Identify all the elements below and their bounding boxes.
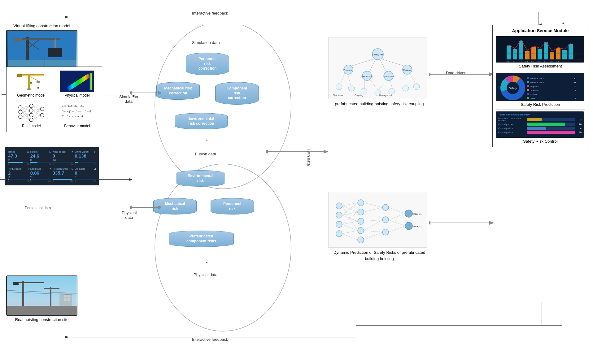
svg-line-47 bbox=[22, 115, 29, 117]
rule-model-label: Rule model bbox=[10, 124, 52, 128]
svg-rect-25 bbox=[30, 82, 32, 84]
svg-rect-205 bbox=[527, 77, 529, 79]
svg-point-30 bbox=[19, 110, 22, 114]
lifting-weight-metric: Lifting weight⊕ 0.138 t 06 bbox=[75, 150, 96, 165]
ellipsis-top: ... bbox=[204, 136, 208, 142]
rule-model-icon bbox=[14, 101, 48, 123]
svg-rect-70 bbox=[13, 282, 19, 285]
physical-model-label: Physical model bbox=[56, 93, 98, 98]
svg-line-113 bbox=[369, 59, 376, 72]
svg-rect-220 bbox=[527, 97, 529, 99]
svg-text:1: 1 bbox=[575, 89, 577, 92]
svg-line-149 bbox=[342, 212, 358, 215]
svg-text:Safe: Safe bbox=[530, 98, 535, 100]
svg-text:0.6: 0.6 bbox=[538, 60, 540, 62]
control-chart: Tower crane operation today Number of co… bbox=[496, 111, 584, 138]
twin-data-label: Twin data bbox=[307, 149, 311, 166]
svg-text:0.8: 0.8 bbox=[550, 60, 553, 62]
svg-line-116 bbox=[341, 73, 345, 84]
svg-point-137 bbox=[358, 228, 364, 234]
torque-ratio-metric: Torque ratioT 2 % 075 bbox=[8, 167, 29, 182]
app-module-box: Application Service Module bbox=[492, 25, 588, 147]
coupling-label: prefabricated building hoisting safety r… bbox=[328, 101, 430, 107]
svg-point-140 bbox=[382, 217, 389, 223]
svg-line-144 bbox=[342, 203, 358, 206]
svg-text:0.9: 0.9 bbox=[556, 60, 559, 62]
svg-line-151 bbox=[342, 212, 358, 224]
svg-text:High risk: High risk bbox=[530, 85, 539, 88]
svg-point-135 bbox=[358, 209, 364, 215]
svg-text:R = {r₁,r₂,r₃,···,rₙ}: R = {r₁,r₂,r₃,···,rₙ} bbox=[62, 115, 83, 118]
dynamic-prediction-area: Risk L1 Risk L2 Dynamic Prediction of Sa… bbox=[328, 192, 430, 262]
svg-point-136 bbox=[358, 218, 364, 224]
svg-rect-24 bbox=[37, 87, 39, 89]
svg-point-143 bbox=[405, 222, 412, 230]
svg-rect-68 bbox=[22, 281, 24, 306]
svg-rect-181 bbox=[538, 49, 542, 59]
svg-rect-71 bbox=[50, 287, 51, 306]
svg-text:Environ.: Environ. bbox=[403, 69, 411, 71]
svg-rect-211 bbox=[527, 85, 529, 87]
fusion-data-label: Fusion data bbox=[195, 152, 216, 156]
coupling-graph-svg: Safety risk Personnel Mechanical Compone… bbox=[330, 39, 426, 98]
environmental-risk-correction-node: Environmentalrisk correction bbox=[175, 113, 228, 129]
real-hoisting-image bbox=[6, 275, 77, 316]
svg-point-109 bbox=[389, 88, 395, 94]
svg-text:135: 135 bbox=[572, 77, 577, 80]
interactive-feedback-top: Interactive feedback bbox=[192, 11, 228, 15]
control-item: Tower crane operation today Number of co… bbox=[496, 111, 585, 144]
svg-text:0.3: 0.3 bbox=[519, 60, 522, 62]
svg-text:Normal: Normal bbox=[530, 93, 538, 96]
perceptual-data-label: Perceptual data bbox=[25, 206, 51, 210]
physical-model-icon bbox=[60, 71, 94, 92]
svg-rect-77 bbox=[68, 295, 70, 297]
svg-text:2: 2 bbox=[575, 93, 577, 96]
svg-text:General risk 2: General risk 2 bbox=[530, 81, 544, 84]
svg-rect-79 bbox=[68, 298, 70, 301]
svg-line-50 bbox=[33, 109, 40, 110]
svg-text:0.5: 0.5 bbox=[531, 60, 534, 62]
svg-line-159 bbox=[364, 220, 382, 231]
svg-line-43 bbox=[22, 110, 29, 112]
ellipsis-bottom: ... bbox=[204, 258, 208, 264]
assessment-chart-svg: 0.1 0.2 0.3 0.4 0.5 0.6 0.7 0.8 0.9 bbox=[496, 36, 584, 63]
svg-point-32 bbox=[29, 104, 33, 108]
svg-rect-78 bbox=[64, 298, 67, 301]
svg-rect-76 bbox=[64, 295, 67, 297]
svg-line-148 bbox=[342, 203, 358, 215]
svg-rect-18 bbox=[17, 74, 22, 77]
physical-data-bottom-label: Physical data bbox=[194, 272, 217, 277]
svg-text:58: 58 bbox=[573, 81, 576, 84]
interactive-feedback-bottom: Interactive feedback bbox=[192, 337, 228, 342]
svg-line-117 bbox=[348, 74, 351, 85]
svg-line-157 bbox=[364, 207, 382, 212]
wind-speed-metric: Wind speed✦ 0 m/s 032 bbox=[53, 150, 74, 165]
svg-rect-208 bbox=[527, 81, 529, 83]
perceptual-data-box: Range⊞ 47.3 m 065 Height⊟ 24.6 m 070 Win… bbox=[5, 147, 99, 185]
rotation-angle-metric: Rotation angle⊙ 335.7 ° 0360 bbox=[53, 167, 74, 182]
app-module-title: Application Service Module bbox=[496, 28, 585, 33]
data-driven-arrow-bottom bbox=[429, 217, 494, 229]
svg-rect-185 bbox=[562, 50, 567, 59]
physical-model-cell: Physical model bbox=[55, 69, 99, 99]
dynamic-nn-svg: Risk L1 Risk L2 bbox=[330, 193, 426, 246]
svg-text:2: 2 bbox=[575, 85, 577, 88]
svg-line-154 bbox=[342, 231, 358, 234]
prediction-chart: Safety General risk 1 135 General risk 2… bbox=[496, 73, 584, 101]
behavior-model-icon: S = {s₁,s₂,s₃,···,sₙ} Sₐₖ = {sₐₖ₁,sₐₖ₂,·… bbox=[60, 101, 94, 123]
svg-rect-28 bbox=[89, 73, 92, 90]
svg-rect-178 bbox=[519, 41, 523, 59]
dip-angle-metric: Dip angle◢ 0 ° 010 bbox=[75, 167, 96, 182]
svg-line-56 bbox=[33, 115, 40, 120]
svg-text:Safety: Safety bbox=[509, 87, 517, 90]
component-risk-correction-node: Componentriskcorrection bbox=[215, 82, 259, 105]
svg-line-158 bbox=[364, 220, 382, 221]
top-feedback-to-app bbox=[356, 9, 564, 25]
svg-point-134 bbox=[358, 200, 364, 206]
svg-line-161 bbox=[364, 232, 382, 240]
svg-text:S = {s₁,s₂,s₃,···,sₙ}: S = {s₁,s₂,s₃,···,sₙ} bbox=[62, 104, 85, 107]
svg-text:Risk L1: Risk L1 bbox=[413, 213, 422, 215]
phys-data-arrow bbox=[130, 201, 161, 214]
simulation-data-label: Simulation data bbox=[192, 40, 220, 45]
svg-point-111 bbox=[413, 84, 420, 90]
